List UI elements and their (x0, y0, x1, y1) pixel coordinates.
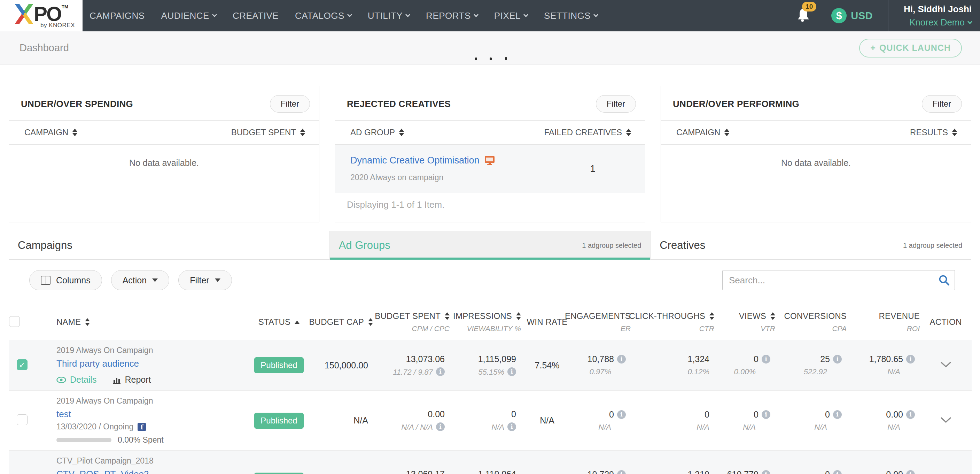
currency-selector[interactable]: $ USD (831, 8, 873, 23)
tab-campaigns[interactable]: Campaigns (9, 231, 329, 260)
info-icon[interactable] (833, 355, 842, 364)
menu-campaigns[interactable]: CAMPAIGNS (89, 10, 145, 21)
filter-dropdown[interactable]: Filter (178, 270, 232, 290)
info-icon[interactable] (833, 410, 842, 419)
info-icon[interactable] (762, 355, 770, 364)
chevron-down-icon (474, 12, 479, 17)
info-icon[interactable] (762, 470, 770, 474)
info-icon[interactable] (906, 470, 915, 474)
xpo-x-icon (14, 3, 34, 25)
info-icon[interactable] (762, 410, 770, 419)
column-failed-creatives[interactable]: FAILED CREATIVES (544, 128, 631, 137)
xpo-logo-mark: XPO PO TM (14, 3, 68, 25)
details-link[interactable]: Details (56, 375, 97, 385)
xpo-byline: by KNOREX (40, 22, 75, 29)
menu-settings[interactable]: SETTINGS (544, 10, 598, 21)
sort-icon (85, 318, 90, 326)
col-engagements[interactable]: ENGAGEMENTS ER (573, 303, 631, 340)
xpo-logo-po: PO (34, 3, 61, 25)
column-budget-spent[interactable]: BUDGET SPENT (231, 128, 305, 137)
sort-icon (724, 129, 729, 136)
campaign-name: 2019 Always On Campaign (56, 396, 248, 406)
column-ad-group[interactable]: AD GROUP (350, 128, 404, 137)
bar-chart-icon (113, 376, 121, 384)
user-menu[interactable]: Hi, Siddhi Joshi Knorex Demo (888, 0, 972, 31)
table-toolbar: Columns Action Filter (9, 260, 971, 299)
currency-code: USD (851, 10, 873, 22)
status-badge: Published (254, 413, 303, 429)
search-icon[interactable] (938, 274, 950, 287)
info-icon[interactable] (617, 355, 626, 364)
col-name[interactable]: NAME (47, 303, 251, 340)
tab-ad-groups[interactable]: Ad Groups 1 adgroup selected (329, 231, 651, 260)
info-icon[interactable] (436, 423, 445, 431)
menu-reports[interactable]: REPORTS (426, 10, 478, 21)
sort-asc-icon (294, 321, 299, 324)
caret-down-icon (215, 278, 220, 282)
failed-creatives-count: 1 (551, 163, 635, 174)
menu-audience[interactable]: AUDIENCE (161, 10, 216, 21)
adgroup-name-link[interactable]: CTV_ROS_PT_Video2 (56, 469, 149, 474)
table-row: CTV_Pilot Campaign_2018 CTV_ROS_PT_Video… (9, 451, 972, 474)
col-budget-spent[interactable]: BUDGET SPENT CPM / CPC (373, 303, 450, 340)
col-views[interactable]: VIEWS VTR (714, 303, 775, 340)
col-revenue[interactable]: REVENUE ROI (846, 303, 920, 340)
column-campaign[interactable]: CAMPAIGN (676, 128, 729, 137)
action-dropdown[interactable]: Action (111, 270, 169, 290)
select-all-checkbox[interactable] (9, 316, 20, 327)
search-input[interactable] (722, 270, 955, 290)
info-icon[interactable] (617, 470, 626, 474)
column-results[interactable]: RESULTS (910, 128, 957, 137)
user-greeting: Hi, Siddhi Joshi (904, 4, 972, 14)
col-status[interactable]: STATUS (251, 303, 307, 340)
col-click-throughs[interactable]: CLICK-THROUGHS CTR (631, 303, 714, 340)
sort-icon (770, 312, 775, 320)
budget-progress-label: 0.00% Spent (118, 435, 164, 445)
pagination-text: Displaying 1-1 of 1 Item. (335, 199, 645, 222)
filter-button[interactable]: Filter (270, 95, 310, 113)
info-icon[interactable] (833, 470, 842, 474)
display-channel-icon (484, 156, 495, 165)
tab-creatives[interactable]: Creatives 1 adgroup selected (650, 231, 971, 260)
facebook-icon (138, 423, 146, 431)
col-impressions[interactable]: IMPRESSIONS VIEWABILITY % (450, 303, 521, 340)
menu-utility[interactable]: UTILITY (368, 10, 410, 21)
info-icon[interactable] (508, 367, 516, 376)
chevron-down-icon (406, 12, 410, 17)
info-icon[interactable] (436, 367, 445, 376)
info-icon[interactable] (617, 410, 626, 419)
ad-group-link[interactable]: Dynamic Creative Optimisation (350, 155, 480, 166)
xpo-logo[interactable]: XPO PO TM by KNOREX (0, 0, 83, 31)
row-checkbox[interactable] (17, 414, 27, 425)
col-win-rate[interactable]: WIN RATE (521, 303, 573, 340)
adgroup-name-link[interactable]: Third party audience (56, 358, 139, 369)
col-conversions[interactable]: CONVERSIONS CPA (775, 303, 846, 340)
selection-note: 1 adgroup selected (582, 241, 641, 249)
top-nav: XPO PO TM by KNOREX CAMPAIGNS AUDIENCE C… (0, 0, 980, 31)
filter-button[interactable]: Filter (596, 95, 636, 113)
filter-button[interactable]: Filter (922, 95, 962, 113)
info-icon[interactable] (906, 410, 915, 419)
notifications-button[interactable]: 10 (796, 7, 811, 24)
expand-row-button[interactable] (940, 417, 952, 425)
info-icon[interactable] (906, 355, 915, 364)
chevron-down-icon (967, 19, 972, 24)
rejected-creatives-panel: REJECTED CREATIVES Filter AD GROUP FAILE… (335, 86, 645, 222)
quick-launch-button[interactable]: + QUICK LAUNCH (859, 39, 962, 57)
col-budget-cap[interactable]: BUDGET CAP (307, 303, 373, 340)
report-link[interactable]: Report (113, 375, 151, 385)
budget-progress-bar (56, 438, 111, 442)
sort-icon (445, 312, 450, 320)
expand-row-button[interactable] (940, 361, 952, 369)
adgroup-name-link[interactable]: test (56, 409, 71, 420)
table-row: 2019 Always On Campaign test 13/03/2020 … (9, 391, 972, 451)
menu-catalogs[interactable]: CATALOGS (295, 10, 352, 21)
columns-button[interactable]: Columns (29, 270, 102, 290)
info-icon[interactable] (508, 423, 516, 431)
menu-pixel[interactable]: PIXEL (494, 10, 528, 21)
column-campaign[interactable]: CAMPAIGN (24, 128, 77, 137)
row-checkbox[interactable] (17, 359, 27, 370)
menu-creative[interactable]: CREATIVE (233, 10, 278, 21)
sort-icon (710, 312, 714, 320)
rejected-creative-row: Dynamic Creative Optimisation 2020 Alway… (335, 145, 645, 193)
